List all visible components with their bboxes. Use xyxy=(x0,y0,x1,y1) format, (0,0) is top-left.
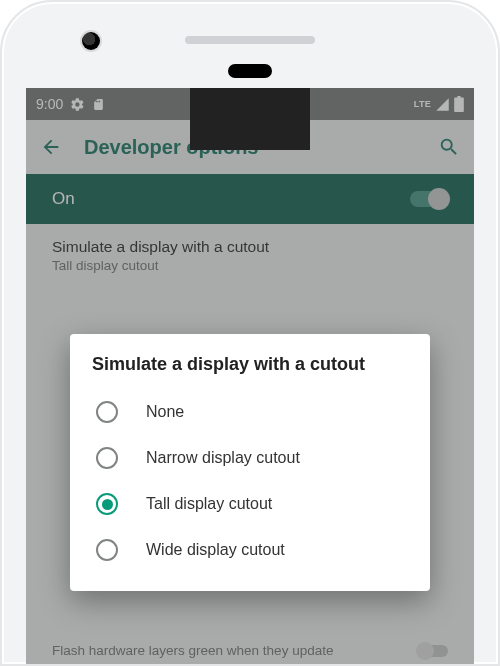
device-front-camera xyxy=(82,32,100,50)
option-label: Wide display cutout xyxy=(146,541,285,559)
option-tall[interactable]: Tall display cutout xyxy=(92,481,408,527)
device-proximity-sensor xyxy=(228,64,272,78)
dialog-title: Simulate a display with a cutout xyxy=(92,354,408,375)
cutout-dialog: Simulate a display with a cutout None Na… xyxy=(70,334,430,591)
radio-icon-selected xyxy=(96,493,118,515)
phone-device-frame: 9:00 LTE D xyxy=(0,0,500,666)
option-label: None xyxy=(146,403,184,421)
radio-icon xyxy=(96,539,118,561)
device-screen: 9:00 LTE D xyxy=(26,88,474,664)
radio-icon xyxy=(96,447,118,469)
option-label: Narrow display cutout xyxy=(146,449,300,467)
option-label: Tall display cutout xyxy=(146,495,272,513)
option-none[interactable]: None xyxy=(92,389,408,435)
device-speaker-slot xyxy=(185,36,315,44)
option-wide[interactable]: Wide display cutout xyxy=(92,527,408,573)
radio-icon xyxy=(96,401,118,423)
option-narrow[interactable]: Narrow display cutout xyxy=(92,435,408,481)
